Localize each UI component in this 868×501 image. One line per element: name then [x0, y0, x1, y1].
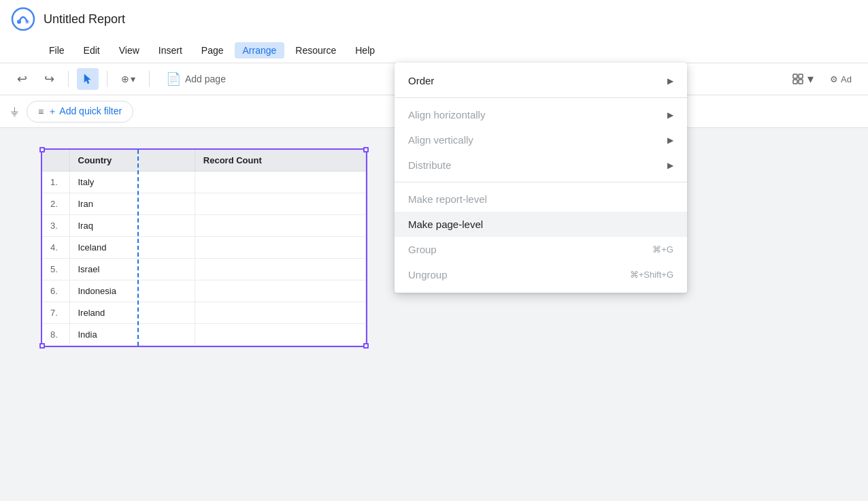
filter-lines-icon: ≡ — [38, 106, 44, 117]
menu-item-edit[interactable]: Edit — [76, 42, 108, 59]
svg-point-2 — [25, 20, 29, 24]
add-page-button[interactable]: 📄 Add page — [158, 67, 234, 91]
sliders-icon: ⚙ — [830, 74, 838, 84]
table-cell-num: 1. — [42, 172, 69, 193]
svg-rect-5 — [793, 80, 797, 84]
table-row: 7. Ireland — [42, 302, 366, 324]
handle-bottom-right[interactable] — [363, 343, 369, 349]
table-cell-num: 5. — [42, 259, 69, 280]
group-label: Group — [408, 244, 437, 255]
make-page-label: Make page-level — [408, 219, 483, 230]
align-v-arrow-icon: ▶ — [667, 135, 673, 145]
align-h-label: Align horizontally — [408, 109, 485, 120]
menu-item-insert[interactable]: Insert — [150, 42, 190, 59]
table-row: 8. India — [42, 324, 366, 346]
app-title: Untitled Report — [44, 12, 125, 27]
add-quick-filter-label: ＋ Add quick filter — [48, 106, 122, 118]
table-cell-country: India — [69, 324, 195, 346]
svg-rect-4 — [799, 74, 803, 78]
undo-button[interactable]: ↩ — [11, 68, 33, 90]
title-bar: Untitled Report — [0, 0, 868, 38]
table-header-row: Country Record Count — [42, 150, 366, 172]
table-cell-count — [195, 193, 365, 215]
table-cell-count — [195, 237, 365, 259]
ungroup-label: Ungroup — [408, 269, 448, 280]
menu-separator-2 — [395, 182, 687, 182]
table-row: 4. Iceland — [42, 237, 366, 259]
table-cell-count — [195, 259, 365, 280]
table-cell-num: 8. — [42, 324, 69, 346]
arrange-menu-order[interactable]: Order ▶ — [395, 68, 687, 93]
table-cell-num: 2. — [42, 193, 69, 215]
svg-rect-6 — [799, 80, 803, 84]
arrange-menu-group[interactable]: Group ⌘+G — [395, 237, 687, 262]
svg-point-1 — [17, 20, 21, 24]
align-v-label: Align vertically — [408, 134, 473, 146]
table-header-count: Record Count — [195, 150, 365, 172]
order-arrow-icon: ▶ — [667, 76, 673, 86]
menu-item-page[interactable]: Page — [193, 42, 232, 59]
menu-item-arrange[interactable]: Arrange — [235, 42, 285, 59]
table-header-num — [42, 150, 69, 172]
column-resize-handle[interactable] — [137, 150, 139, 346]
arrange-menu-align-v[interactable]: Align vertically ▶ — [395, 127, 687, 152]
distribute-arrow-icon: ▶ — [667, 161, 673, 170]
toolbar-right: ▾ ⚙ Ad — [786, 68, 857, 90]
svg-point-0 — [12, 8, 34, 30]
arrange-menu: Order ▶ Align horizontally ▶ Align verti… — [395, 63, 687, 293]
table-row: 2. Iran — [42, 193, 366, 215]
chevron-down-icon: ▾ — [807, 71, 814, 86]
table-cell-country: Italy — [69, 172, 195, 193]
menu-item-view[interactable]: View — [111, 42, 148, 59]
table-row: 3. Iraq — [42, 215, 366, 237]
table-cell-country: Iraq — [69, 215, 195, 237]
zoom-icon: ⊕ — [121, 74, 129, 84]
select-tool-button[interactable] — [77, 68, 99, 90]
ungroup-shortcut: ⌘+Shift+G — [630, 270, 673, 280]
arrange-menu-make-report[interactable]: Make report-level — [395, 187, 687, 212]
menu-separator-1 — [395, 97, 687, 98]
table-cell-count — [195, 280, 365, 302]
arrange-menu-distribute[interactable]: Distribute ▶ — [395, 152, 687, 178]
table-header-country: Country — [69, 150, 195, 172]
handle-top-right[interactable] — [363, 147, 369, 152]
more-options-button[interactable]: ▾ — [786, 68, 819, 90]
table-cell-country: Indonesia — [69, 280, 195, 302]
table-cell-country: Ireland — [69, 302, 195, 324]
add-page-icon: 📄 — [166, 71, 181, 86]
zoom-button[interactable]: ⊕ ▾ — [116, 71, 141, 87]
adjust-button[interactable]: ⚙ Ad — [824, 68, 857, 90]
zoom-arrow-icon: ▾ — [131, 74, 135, 84]
menu-item-file[interactable]: File — [41, 42, 73, 59]
align-h-arrow-icon: ▶ — [667, 110, 673, 120]
svg-rect-3 — [793, 74, 797, 78]
table-row: 1. Italy — [42, 172, 366, 193]
looker-studio-logo — [11, 7, 35, 31]
distribute-label: Distribute — [408, 159, 451, 171]
redo-button[interactable]: ↪ — [38, 68, 60, 90]
handle-top-left[interactable] — [39, 147, 45, 152]
table-cell-country: Iceland — [69, 237, 195, 259]
table-widget[interactable]: Country Record Count 1. Italy 2. Iran 3.… — [41, 148, 367, 347]
table-cell-count — [195, 324, 365, 346]
data-table: Country Record Count 1. Italy 2. Iran 3.… — [42, 150, 366, 346]
table-cell-num: 4. — [42, 237, 69, 259]
toolbar-divider-2 — [107, 71, 107, 87]
table-cell-num: 7. — [42, 302, 69, 324]
toolbar-divider-3 — [149, 71, 150, 87]
table-cell-count — [195, 302, 365, 324]
toolbar-divider-1 — [68, 71, 69, 87]
order-label: Order — [408, 75, 434, 86]
menu-item-resource[interactable]: Resource — [287, 42, 344, 59]
add-page-label: Add page — [185, 74, 226, 84]
grid-icon — [791, 72, 805, 86]
menu-bar: File Edit View Insert Page Arrange Resou… — [0, 38, 868, 63]
menu-item-help[interactable]: Help — [347, 42, 383, 59]
table-cell-count — [195, 172, 365, 193]
arrange-menu-make-page[interactable]: Make page-level — [395, 212, 687, 237]
add-quick-filter-button[interactable]: ≡ ＋ Add quick filter — [27, 101, 133, 123]
arrange-menu-ungroup[interactable]: Ungroup ⌘+Shift+G — [395, 262, 687, 287]
arrange-menu-align-h[interactable]: Align horizontally ▶ — [395, 102, 687, 127]
handle-bottom-left[interactable] — [39, 343, 45, 349]
table-cell-num: 6. — [42, 280, 69, 302]
